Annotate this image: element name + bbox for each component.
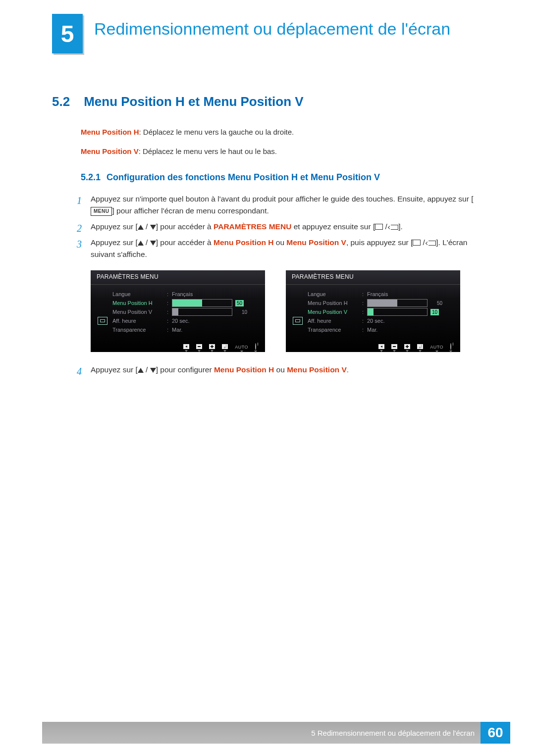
step-1: 1 Appuyez sur n'importe quel bouton à l'… [77,193,493,217]
osd-item-pos-v: Menu Position V: 10 [308,307,455,316]
steps-list: 1 Appuyez sur n'importe quel bouton à l'… [77,193,493,264]
target-menu-position-v: Menu Position V [286,238,346,247]
target-menu-position-h: Menu Position H [214,365,274,374]
nav-auto-label: AUTO [235,345,248,350]
osd-screenshots: PARAMÈTRES MENU Langue: Français Menu Po… [91,270,460,352]
nav-back-icon: ◂ [378,344,384,349]
osd-item-trans: Transparence: Mar. [112,325,260,334]
nav-power-icon [255,343,256,350]
term-menu-position-v: Menu Position V [81,147,139,155]
osd-item-aff: Aff. heure: 20 sec. [112,316,260,325]
enter-icon [389,225,398,230]
footer-text: 5 Redimensionnement ou déplacement de l'… [311,729,481,737]
up-arrow-icon [138,368,144,373]
osd-item-pos-h: Menu Position H: 50 [308,299,455,307]
step-2: 2 Appuyez sur [ / ] pour accéder à PARAM… [77,221,493,233]
nav-plus-icon [209,344,215,349]
osd-item-aff: Aff. heure: 20 sec. [308,316,455,325]
up-arrow-icon [138,241,144,246]
nav-back-icon: ◂ [183,344,189,349]
slider-pos-v [172,308,232,316]
chapter-title: Redimensionnement ou déplacement de l'éc… [94,19,490,39]
section-title: Menu Position H et Menu Position V [84,94,303,109]
nav-enter-icon: ↲ [222,344,228,349]
select-icon [413,240,421,246]
menu-key-icon: MENU [91,207,112,216]
select-icon [375,224,383,230]
subsection-title: Configuration des fonctions Menu Positio… [107,172,380,182]
nav-enter-icon: ↲ [417,344,423,349]
osd-title: PARAMÈTRES MENU [286,270,460,284]
osd-item-langue: Langue: Français [308,290,455,299]
subsection-heading: 5.2.1Configuration des fonctions Menu Po… [81,172,490,183]
slider-pos-v [367,308,428,316]
step-4: 4 Appuyez sur [ / ] pour configurer Menu… [77,364,490,376]
target-menu-position-v: Menu Position V [287,365,347,374]
target-parametres-menu: PARAMÈTRES MENU [214,222,291,231]
steps-list-continued: 4 Appuyez sur [ / ] pour configurer Menu… [77,364,490,376]
target-menu-position-h: Menu Position H [214,238,273,247]
osd-item-trans: Transparence: Mar. [308,325,455,334]
chapter-number-badge: 5 [52,14,83,53]
osd-item-pos-v: Menu Position V: 10 [112,307,260,316]
osd-menu-icon [98,317,107,325]
down-arrow-icon [150,368,156,373]
nav-power-icon [450,343,451,350]
nav-minus-icon [391,344,397,349]
page-number: 60 [481,722,510,744]
section-number: 5.2 [52,94,70,109]
nav-plus-icon [404,344,410,349]
osd-item-langue: Langue: Français [112,290,260,299]
slider-pos-h [172,299,232,307]
nav-auto-label: AUTO [430,345,443,350]
enter-icon [427,241,436,246]
step-3: 3 Appuyez sur [ / ] pour accéder à Menu … [77,237,493,260]
osd-nav-icons: ◂ ↲ AUTO [378,344,451,350]
osd-item-pos-h: Menu Position H: 50 [112,299,260,307]
up-arrow-icon [138,225,144,230]
nav-minus-icon [196,344,202,349]
intro-text: Menu Position H: Déplacez le menu vers l… [81,127,490,165]
footer: 5 Redimensionnement ou déplacement de l'… [42,722,510,744]
osd-panel-h: PARAMÈTRES MENU Langue: Français Menu Po… [91,270,265,352]
osd-title: PARAMÈTRES MENU [91,270,265,284]
subsection-number: 5.2.1 [81,172,101,182]
down-arrow-icon [150,241,156,246]
section-heading: 5.2Menu Position H et Menu Position V [52,94,490,109]
term-menu-position-h: Menu Position H [81,128,139,136]
osd-menu-icon [293,317,303,325]
slider-pos-h [367,299,428,307]
osd-panel-v: PARAMÈTRES MENU Langue: Français Menu Po… [286,270,460,352]
osd-nav-icons: ◂ ↲ AUTO [183,344,256,350]
down-arrow-icon [150,225,156,230]
